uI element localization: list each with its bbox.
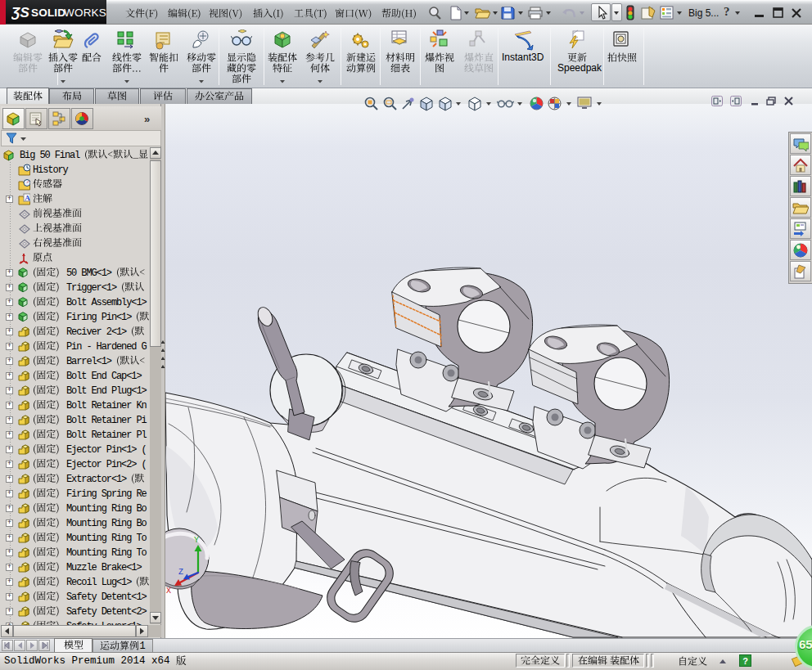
svg-text:ƷS: ƷS (11, 5, 29, 20)
svg-text:SOLID: SOLID (31, 7, 65, 19)
svg-text:Y: Y (194, 536, 199, 545)
svg-text:Z: Z (178, 568, 183, 577)
svg-text:X: X (166, 587, 171, 596)
svg-text:A: A (25, 194, 30, 202)
svg-text:WORKS: WORKS (64, 7, 106, 19)
